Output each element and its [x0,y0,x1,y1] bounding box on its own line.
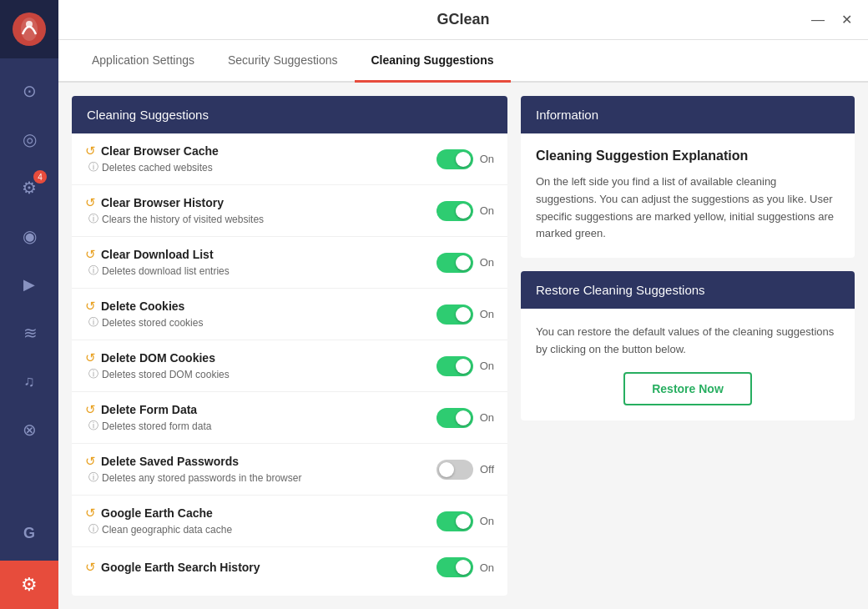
restore-now-button[interactable]: Restore Now [623,372,752,405]
suggestion-description: ⓘ Deletes stored cookies [88,315,203,330]
toggle-knob [456,514,471,529]
suggestion-title: Delete Cookies [101,299,184,313]
suggestion-refresh-icon: ↺ [85,350,96,365]
content-area: Cleaning Suggestions ↺ Clear Browser Cac… [58,83,868,609]
list-item: ↺ Clear Browser History ⓘ Clears the his… [72,185,507,237]
toggle-slider [437,201,473,221]
info-circle-icon: ⓘ [88,212,98,226]
sidebar: ⊙ ◎ ⚙ 4 ◉ ▶ ≋ ♫ ⊗ G ⚙ [0,0,58,609]
suggestion-toggle-area: On [437,557,494,577]
sidebar-item-db[interactable]: ⊗ [8,409,50,450]
suggestion-name-row: ↺ Delete Cookies [85,299,203,314]
suggestion-name-row: ↺ Delete Saved Passwords [85,454,301,469]
toggle-knob [456,359,471,374]
toggle-state-label: On [480,308,494,320]
toggle-state-label: On [480,360,494,372]
svg-point-2 [26,21,33,28]
suggestion-name-row: ↺ Clear Browser History [85,195,264,210]
restore-panel: Restore Cleaning Suggestions You can res… [521,271,855,420]
right-panel: Information Cleaning Suggestion Explanat… [521,96,855,596]
suggestion-title: Delete Saved Passwords [101,455,239,468]
suggestion-description: ⓘ Clears the history of visited websites [88,212,264,226]
list-item: ↺ Clear Browser Cache ⓘ Deletes cached w… [72,133,507,185]
sidebar-item-speed[interactable]: ⊙ [8,70,50,112]
sidebar-item-gclean[interactable]: G [8,512,50,554]
sidebar-item-cookie[interactable]: ⚙ 4 [8,167,50,209]
cookie-badge: 4 [33,170,47,184]
delete-saved-passwords-toggle[interactable] [437,460,473,480]
info-circle-icon: ⓘ [88,419,98,433]
suggestion-toggle-area: On [437,408,494,428]
suggestion-name-row: ↺ Clear Browser Cache [85,143,219,159]
list-item: ↺ Google Earth Cache ⓘ Clean geographic … [72,496,507,547]
delete-cookies-toggle[interactable] [437,304,473,325]
suggestion-name-row: ↺ Google Earth Search History [85,560,260,575]
google-earth-cache-toggle[interactable] [437,511,473,531]
app-title: GClean [437,11,489,28]
close-button[interactable]: ✕ [838,12,855,28]
tab-application-settings[interactable]: Application Settings [75,40,211,83]
cleaning-suggestions-header: Cleaning Suggestions [72,96,507,133]
suggestion-title: Clear Browser History [101,196,224,209]
suggestion-refresh-icon: ↺ [85,247,96,262]
info-explanation-title: Cleaning Suggestion Explanation [536,148,840,164]
sidebar-item-media[interactable]: ▶ [8,264,50,305]
clear-download-list-toggle[interactable] [437,253,473,273]
delete-form-data-toggle[interactable] [437,408,473,428]
suggestion-info: ↺ Clear Browser Cache ⓘ Deletes cached w… [85,143,219,174]
suggestion-name-row: ↺ Delete DOM Cookies [85,350,230,365]
suggestion-refresh-icon: ↺ [85,454,96,469]
suggestion-info: ↺ Clear Browser History ⓘ Clears the his… [85,195,264,226]
toggle-slider [437,408,473,428]
toggle-slider [437,149,473,169]
google-earth-search-toggle[interactable] [437,557,473,577]
list-item: ↺ Delete Form Data ⓘ Deletes stored form… [72,392,507,444]
toggle-state-label: On [480,256,494,269]
tab-security-suggestions[interactable]: Security Suggestions [211,40,355,83]
toggle-state-label: Off [480,463,494,476]
suggestion-refresh-icon: ↺ [85,560,96,575]
suggestion-description: ⓘ Deletes stored form data [88,419,211,433]
toggle-knob [456,560,471,575]
clear-browser-history-toggle[interactable] [437,201,473,221]
sidebar-item-music[interactable]: ♫ [8,360,50,402]
window-controls: — ✕ [810,12,855,28]
restore-body: You can restore the default values of th… [521,309,855,420]
toggle-state-label: On [480,561,494,574]
sidebar-item-browser[interactable]: ◉ [8,215,50,257]
toggle-state-label: On [480,411,494,424]
sidebar-item-settings[interactable]: ⚙ [0,561,58,609]
suggestion-refresh-icon: ↺ [85,299,96,314]
list-item: ↺ Delete Cookies ⓘ Deletes stored cookie… [72,289,507,340]
toggle-slider [437,511,473,531]
clear-browser-cache-toggle[interactable] [437,149,473,169]
toggle-slider [437,460,473,480]
delete-dom-cookies-toggle[interactable] [437,356,473,376]
information-body: Cleaning Suggestion Explanation On the l… [521,133,855,258]
tab-cleaning-suggestions[interactable]: Cleaning Suggestions [355,40,511,83]
toggle-knob [456,410,471,425]
info-circle-icon: ⓘ [88,471,98,485]
toggle-knob [456,255,471,270]
suggestion-toggle-area: On [437,253,494,273]
main-content: GClean — ✕ Application Settings Security… [58,0,868,609]
sidebar-item-wave[interactable]: ≋ [8,312,50,354]
list-item: ↺ Clear Download List ⓘ Deletes download… [72,237,507,289]
suggestion-name-row: ↺ Delete Form Data [85,402,211,417]
suggestion-toggle-area: On [437,149,494,169]
sidebar-item-target[interactable]: ◎ [8,118,50,160]
suggestion-info: ↺ Delete Form Data ⓘ Deletes stored form… [85,402,211,433]
suggestion-title: Delete Form Data [101,403,197,416]
suggestion-title: Delete DOM Cookies [101,351,215,365]
toggle-slider [437,253,473,273]
restore-description: You can restore the default values of th… [536,324,840,359]
toggle-state-label: On [480,153,494,165]
minimize-button[interactable]: — [810,12,826,28]
suggestion-description: ⓘ Clean geographic data cache [88,522,232,536]
suggestion-info: ↺ Delete Cookies ⓘ Deletes stored cookie… [85,299,203,330]
suggestion-toggle-area: Off [437,460,494,480]
list-item: ↺ Google Earth Search History On [72,547,507,587]
suggestion-info: ↺ Delete Saved Passwords ⓘ Deletes any s… [85,454,301,485]
suggestion-toggle-area: On [437,304,494,325]
list-item: ↺ Delete Saved Passwords ⓘ Deletes any s… [72,444,507,496]
